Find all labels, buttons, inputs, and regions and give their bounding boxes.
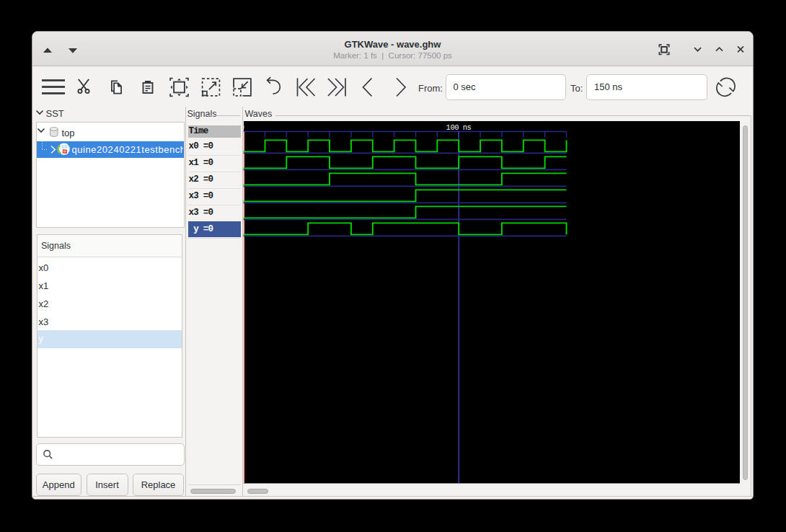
svg-text:0: 0	[243, 123, 244, 132]
svg-text:100 ns: 100 ns	[446, 123, 472, 132]
